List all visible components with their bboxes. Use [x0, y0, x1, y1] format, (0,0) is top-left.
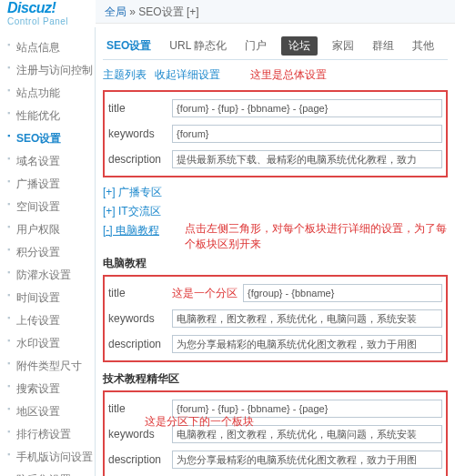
sidebar-item[interactable]: 搜索设置 [0, 378, 95, 400]
annotation-box2: 这是一个分区 [172, 286, 238, 301]
toggle-it[interactable]: [+] IT交流区 [103, 202, 448, 221]
tab-bar: SEO设置URL 静态化门户论坛家园群组其他 [103, 36, 448, 60]
annotation-mid: 点击左侧三角形，对每个板块进行详细的设置，为了每个板块区别开来 [185, 221, 448, 252]
global-description-input[interactable] [172, 150, 442, 168]
logo: Discuz! Control Panel [0, 0, 96, 26]
tab-item[interactable]: 论坛 [281, 36, 318, 56]
sidebar-item[interactable]: 广播设置 [0, 173, 95, 196]
label-title: title [108, 402, 172, 415]
collapse-detail-link[interactable]: 收起详细设置 [155, 68, 220, 81]
sidebar-item[interactable]: 地区设置 [0, 400, 95, 423]
sidebar-item[interactable]: 手机版访问设置 [0, 446, 95, 469]
subject-list-link[interactable]: 主题列表 [103, 68, 147, 81]
toggle-computer[interactable]: [-] 电脑教程 [103, 221, 185, 240]
sidebar-item[interactable]: 防采集设置 [0, 469, 95, 476]
tab-item[interactable]: SEO设置 [103, 36, 155, 56]
toggle-broadcast[interactable]: [+] 广播专区 [103, 183, 448, 202]
sidebar-item[interactable]: 水印设置 [0, 332, 95, 355]
sublinks: 主题列表 收起详细设置 这里是总体设置 [103, 60, 448, 90]
section1-box: title 这是一个分区 keywords description [103, 275, 448, 362]
tab-item[interactable]: 门户 [241, 36, 270, 56]
sidebar-item[interactable]: 空间设置 [0, 196, 95, 218]
breadcrumb-home[interactable]: 全局 [105, 5, 126, 18]
sidebar-item[interactable]: 用户权限 [0, 218, 95, 241]
sidebar-item[interactable]: 上传设置 [0, 309, 95, 332]
sidebar-item[interactable]: 时间设置 [0, 287, 95, 309]
label-title: title [108, 287, 172, 299]
tab-item[interactable]: 其他 [409, 36, 438, 56]
label-keywords: keywords [108, 312, 172, 325]
section1-title: 电脑教程 [103, 252, 448, 275]
section1-description-input[interactable] [172, 335, 442, 353]
section1-keywords-input[interactable] [172, 309, 442, 328]
sidebar-item[interactable]: SEO设置 [0, 127, 95, 150]
breadcrumb-current: SEO设置 [138, 5, 183, 18]
tab-item[interactable]: URL 静态化 [166, 36, 230, 56]
section2-description-input[interactable] [172, 451, 442, 469]
sidebar-item[interactable]: 性能优化 [0, 105, 95, 127]
sidebar-item[interactable]: 站点功能 [0, 82, 95, 105]
logo-title: Discuz! [7, 0, 96, 16]
tab-item[interactable]: 群组 [369, 36, 398, 56]
label-description: description [108, 338, 172, 350]
global-title-input[interactable] [172, 99, 442, 117]
sidebar-item[interactable]: 注册与访问控制 [0, 59, 95, 82]
sidebar-item[interactable]: 防灌水设置 [0, 264, 95, 287]
label-keywords: keywords [108, 127, 172, 140]
section1-title-input[interactable] [243, 284, 442, 302]
sidebar-item[interactable]: 附件类型尺寸 [0, 355, 95, 378]
sidebar-item[interactable]: 域名设置 [0, 150, 95, 173]
sidebar: 站点信息注册与访问控制站点功能性能优化SEO设置域名设置广播设置空间设置用户权限… [0, 27, 96, 476]
breadcrumb: 全局 » SEO设置 [+] [96, 0, 455, 24]
section2-title: 技术教程精华区 [103, 368, 448, 390]
logo-subtitle: Control Panel [7, 16, 96, 26]
label-keywords: keywords [108, 428, 172, 441]
tab-item[interactable]: 家园 [329, 36, 358, 56]
label-title: title [108, 102, 172, 115]
sidebar-item[interactable]: 积分设置 [0, 241, 95, 264]
sidebar-item[interactable]: 排行榜设置 [0, 423, 95, 446]
annotation-top: 这里是总体设置 [250, 68, 327, 81]
label-description: description [108, 153, 172, 166]
sidebar-item[interactable]: 站点信息 [0, 36, 95, 59]
main-content: SEO设置URL 静态化门户论坛家园群组其他 主题列表 收起详细设置 这里是总体… [96, 27, 455, 476]
annotation-box3: 这是分区下的一个板块 [145, 414, 254, 430]
global-keywords-input[interactable] [172, 125, 442, 143]
section2-box: title 这是分区下的一个板块 keywords description [103, 390, 448, 476]
global-settings-box: title keywords description [103, 90, 448, 177]
label-description: description [108, 453, 172, 466]
